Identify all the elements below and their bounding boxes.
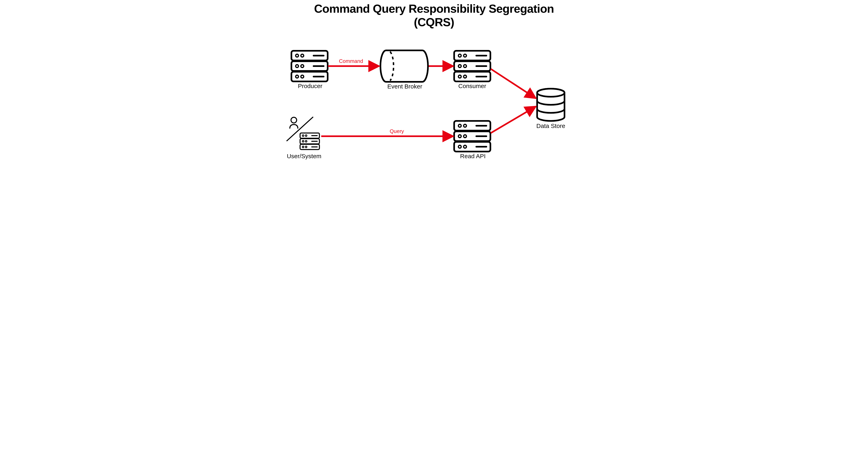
query-edge-label: Query [390,128,404,135]
diagram-stage: Command Query Responsibility Segregation… [283,0,585,165]
arrow-consumer-to-store [491,69,536,98]
user-system-icon [286,117,319,150]
read-api-icon [454,121,490,152]
data-store-label: Data Store [535,122,567,129]
producer-icon [291,51,328,82]
event-broker-icon [380,50,428,82]
event-broker-label: Event Broker [384,83,426,90]
read-api-label: Read API [458,153,488,159]
arrow-readapi-to-store [491,107,536,133]
producer-label: Producer [295,83,325,89]
data-store-icon [537,89,564,121]
command-edge-label: Command [339,58,363,64]
consumer-label: Consumer [456,83,488,89]
consumer-icon [454,51,490,82]
user-system-label: User/System [285,153,323,159]
diagram-canvas [283,0,585,165]
